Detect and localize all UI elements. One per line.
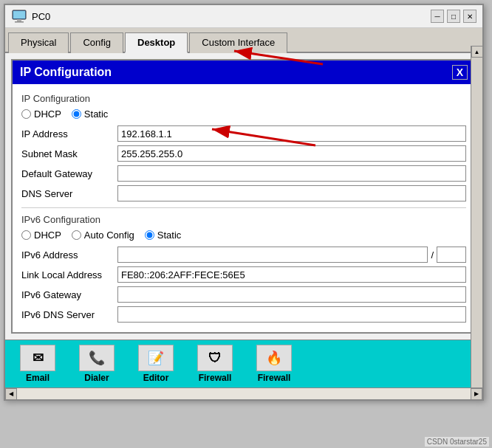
- ipv6-prefix-input[interactable]: [437, 247, 466, 263]
- scroll-up-button[interactable]: ▲: [471, 46, 483, 58]
- ipv6-autoconfig-radio-option[interactable]: Auto Config: [72, 230, 134, 241]
- minimize-button[interactable]: ─: [431, 10, 444, 23]
- tab-physical[interactable]: Physical: [8, 32, 69, 53]
- dhcp-radio-option[interactable]: DHCP: [21, 108, 61, 120]
- window-title: PC0: [32, 11, 50, 22]
- tab-bar: Physical Config Desktop Custom Interface: [5, 28, 482, 53]
- static-label: Static: [84, 108, 109, 120]
- main-window: PC0 ─ □ ✕ Physical Config Desktop Custom…: [4, 4, 484, 401]
- svg-rect-2: [15, 21, 24, 23]
- ip-address-label: IP Address: [21, 128, 117, 139]
- maximize-button[interactable]: □: [447, 10, 460, 23]
- link-local-input[interactable]: [117, 266, 466, 283]
- dialer-icon: 📞: [79, 345, 115, 371]
- ipv6-dhcp-radio-option[interactable]: DHCP: [21, 230, 61, 241]
- ipv6-static-radio-option[interactable]: Static: [145, 230, 182, 241]
- vertical-scrollbar: ▲ ▼: [471, 46, 482, 400]
- dialer-button[interactable]: 📞 Dialer: [67, 345, 126, 383]
- ip-address-row: IP Address: [21, 125, 466, 142]
- default-gateway-row: Default Gateway: [21, 165, 466, 182]
- ipv6-dns-row: IPv6 DNS Server: [21, 306, 466, 323]
- firewall2-label: Firewall: [258, 373, 291, 383]
- dns-server-label: DNS Server: [21, 188, 117, 199]
- ipv6-address-label: IPv6 Address: [21, 249, 117, 261]
- ipv6-gateway-input[interactable]: [117, 286, 466, 303]
- dns-server-input[interactable]: [117, 185, 466, 201]
- svg-rect-3: [13, 11, 25, 18]
- ipv6-static-radio[interactable]: [145, 230, 154, 240]
- subnet-mask-input[interactable]: [117, 145, 466, 162]
- ipv6-dhcp-label: DHCP: [34, 230, 61, 241]
- scroll-h-track[interactable]: [17, 388, 471, 399]
- firewall2-icon: 🔥: [256, 345, 292, 371]
- default-gateway-label: Default Gateway: [21, 168, 117, 179]
- link-local-row: Link Local Address: [21, 266, 466, 283]
- ip-config-panel: IP Configuration X IP Configuration DHCP…: [11, 59, 476, 334]
- section-divider: [21, 207, 466, 208]
- subnet-mask-label: Subnet Mask: [21, 148, 117, 159]
- ipv6-dns-label: IPv6 DNS Server: [21, 309, 117, 320]
- firewall2-button[interactable]: 🔥 Firewall: [245, 345, 304, 383]
- dns-server-row: DNS Server: [21, 185, 466, 201]
- static-radio[interactable]: [72, 109, 81, 119]
- title-bar-left: PC0: [11, 8, 50, 24]
- static-radio-option[interactable]: Static: [72, 108, 109, 120]
- bottom-toolbar: ✉ Email 📞 Dialer 📝 Editor 🛡 Firewall 🔥 F…: [5, 340, 482, 387]
- ipv6-section-label: IPv6 Configuration: [21, 214, 466, 225]
- scroll-left-button[interactable]: ◀: [5, 388, 17, 400]
- ipv6-static-label: Static: [157, 230, 182, 241]
- ip-config-title: IP Configuration: [20, 66, 112, 79]
- ipv6-prefix-separator: /: [429, 247, 435, 263]
- ip-config-header: IP Configuration X: [13, 61, 475, 84]
- firewall1-button[interactable]: 🛡 Firewall: [185, 345, 245, 383]
- close-button[interactable]: ✕: [463, 10, 476, 23]
- title-bar: PC0 ─ □ ✕: [5, 5, 482, 28]
- ipv6-gateway-label: IPv6 Gateway: [21, 289, 117, 300]
- ipv4-radio-row: DHCP Static: [21, 108, 466, 120]
- svg-rect-1: [17, 19, 21, 21]
- ipv6-autoconfig-label: Auto Config: [84, 230, 134, 241]
- tab-desktop[interactable]: Desktop: [125, 32, 188, 53]
- dhcp-label: DHCP: [34, 108, 61, 120]
- firewall1-label: Firewall: [199, 373, 232, 383]
- ip-config-close-button[interactable]: X: [452, 65, 468, 80]
- ipv6-address-row: IPv6 Address /: [21, 247, 466, 263]
- scroll-right-button[interactable]: ▶: [471, 388, 482, 400]
- email-icon: ✉: [20, 345, 55, 371]
- pc-icon: [11, 8, 27, 24]
- ipv6-address-inputs: /: [117, 247, 466, 263]
- editor-label: Editor: [143, 373, 169, 383]
- editor-icon: 📝: [138, 345, 174, 371]
- editor-button[interactable]: 📝 Editor: [126, 345, 185, 383]
- content-area: IP Configuration X IP Configuration DHCP…: [5, 59, 482, 387]
- subnet-mask-row: Subnet Mask: [21, 145, 466, 162]
- horizontal-scrollbar: ◀ ▶: [5, 387, 482, 399]
- default-gateway-input[interactable]: [117, 165, 466, 182]
- ipv6-dns-input[interactable]: [117, 306, 466, 323]
- tab-custom-interface[interactable]: Custom Interface: [189, 32, 287, 53]
- ipv4-section-label: IP Configuration: [21, 93, 466, 104]
- link-local-label: Link Local Address: [21, 269, 117, 280]
- ip-config-body: IP Configuration DHCP Static IP Address: [13, 84, 475, 332]
- email-label: Email: [26, 373, 49, 383]
- ip-address-input[interactable]: [117, 125, 466, 142]
- dialer-label: Dialer: [84, 373, 109, 383]
- firewall1-icon: 🛡: [197, 345, 233, 371]
- ipv6-autoconfig-radio[interactable]: [72, 230, 81, 240]
- tab-config[interactable]: Config: [70, 32, 123, 53]
- ipv6-gateway-row: IPv6 Gateway: [21, 286, 466, 303]
- window-controls: ─ □ ✕: [431, 10, 476, 23]
- ipv6-radio-row: DHCP Auto Config Static: [21, 230, 466, 241]
- email-button[interactable]: ✉ Email: [8, 345, 67, 383]
- ipv6-dhcp-radio[interactable]: [21, 230, 31, 240]
- ipv6-address-input[interactable]: [117, 247, 428, 263]
- watermark: CSDN 0starstar25: [425, 437, 489, 447]
- dhcp-radio[interactable]: [21, 109, 31, 119]
